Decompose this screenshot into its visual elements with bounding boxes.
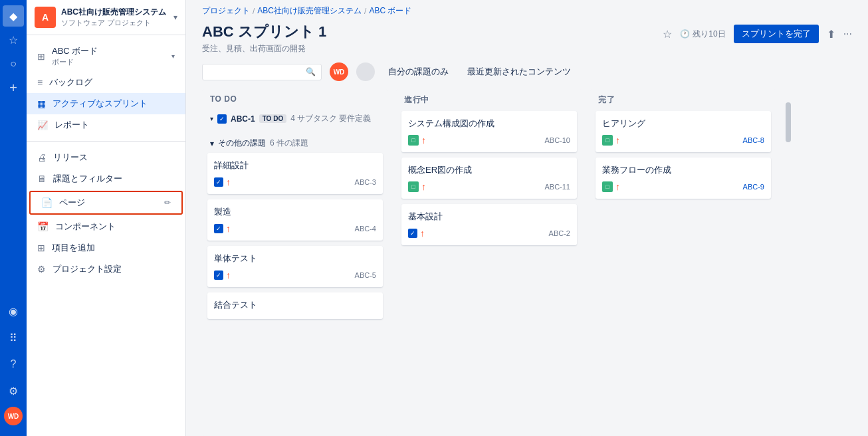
empty-avatar-filter[interactable] [356,62,375,81]
search-icon[interactable]: ○ [3,53,24,74]
issue-title: 製造 [214,206,376,218]
sidebar-item-issues[interactable]: 🖥 課題とフィルター [27,168,185,189]
user-avatar[interactable]: WD [4,407,23,425]
board-area: TO DO ▾ ✓ ABC-1 TO DO 4 サブタスク 要件定義 [186,89,868,436]
other-group-label: その他の課題 [218,138,266,149]
breadcrumb-projects[interactable]: プロジェクト [202,5,250,17]
task-type-icon: ✓ [214,177,223,187]
breadcrumb-board[interactable]: ABC ボード [369,5,411,17]
issue-card-abc11[interactable]: 概念ER図の作成 □ ↑ ABC-11 [401,158,577,199]
story-type-icon: □ [408,135,419,146]
user-avatar-filter[interactable]: WD [330,62,348,81]
sidebar-nav: ⊞ ABC ボード ボード ▾ ≡ バックログ ▦ アクティブなスプリント 📈 … [27,35,185,285]
sidebar-item-components-label: コンポーネント [55,221,116,233]
sidebar-item-report[interactable]: 📈 レポート [27,114,185,136]
search-input[interactable] [208,67,302,77]
scroll-thumb [786,102,791,142]
issue-card-abc9[interactable]: 業務フローの作成 □ ↑ ABC-9 [596,158,771,199]
time-remaining-text: 残り10日 [693,29,725,40]
sidebar-item-issues-label: 課題とフィルター [53,173,122,185]
sidebar-item-active-sprint[interactable]: ▦ アクティブなスプリント [27,93,185,114]
sidebar-collapse-button[interactable]: ▾ [173,13,177,22]
issue-card-abc2[interactable]: 基本設計 ✓ ↑ ABC-2 [401,204,577,245]
issue-id: ABC-9 [743,183,764,191]
issue-footer: □ ↑ ABC-10 [408,135,570,146]
issue-icons: ✓ ↑ [214,177,231,187]
my-issues-button[interactable]: 自分の課題のみ [383,63,454,80]
settings-icon[interactable]: ⚙ [3,380,24,401]
issue-footer: □ ↑ ABC-11 [408,181,570,192]
sprint-complete-button[interactable]: スプリントを完了 [734,25,819,43]
issue-title: 単体テスト [214,253,376,265]
sidebar-item-backlog[interactable]: ≡ バックログ [27,72,185,93]
search-box[interactable]: 🔍 [202,64,322,80]
issue-title: ヒアリング [602,118,764,130]
page-subtitle: 受注、見積、出荷画面の開発 [202,43,326,54]
recent-content-button[interactable]: 最近更新されたコンテンツ [462,63,576,80]
pin-icon[interactable]: ◉ [3,300,24,322]
sidebar-item-board[interactable]: ⊞ ABC ボード ボード ▾ [27,41,185,72]
home-icon[interactable]: ◆ [3,5,24,27]
sidebar-divider [27,141,185,142]
issue-title: システム構成図の作成 [408,118,570,130]
issue-card-abc8[interactable]: ヒアリング □ ↑ ABC-8 [596,111,771,152]
filter-bar: 🔍 WD 自分の課題のみ 最近更新されたコンテンツ [186,62,868,89]
sprint-status-badge: TO DO [259,114,286,123]
inprogress-column: 進行中 システム構成図の作成 □ ↑ ABC-10 概念ER図 [396,89,582,436]
other-group-header[interactable]: ▾ その他の課題 6 件の課題 [207,134,383,153]
issue-footer: ✓ ↑ ABC-5 [214,270,376,280]
priority-icon: ↑ [226,270,231,280]
star-button[interactable]: ☆ [663,28,672,41]
priority-icon: ↑ [615,181,620,192]
sidebar-item-settings[interactable]: ⚙ プロジェクト設定 [27,259,185,280]
sprint-icon: ▦ [37,98,46,109]
main-content: プロジェクト / ABC社向け販売管理システム / ABC ボード ABC スプ… [186,0,868,436]
issue-card-abc4[interactable]: 製造 ✓ ↑ ABC-4 [207,199,383,241]
more-button[interactable]: ··· [843,28,852,40]
sprint-group-header[interactable]: ▾ ✓ ABC-1 TO DO 4 サブタスク 要件定義 [207,109,383,128]
breadcrumb-project[interactable]: ABC社向け販売管理システム [257,5,362,17]
share-button[interactable]: ⬆ [827,28,835,41]
search-icon: 🔍 [306,67,316,76]
sidebar-item-pages-label: ページ [59,197,85,209]
issue-icons: ✓ ↑ [408,228,425,239]
sidebar-item-backlog-label: バックログ [49,76,92,88]
help-icon[interactable]: ? [3,354,24,375]
issue-icons: □ ↑ [602,181,620,192]
issue-card-abc5[interactable]: 単体テスト ✓ ↑ ABC-5 [207,246,383,287]
story-type-icon: □ [602,135,613,146]
components-icon: 📅 [37,221,49,232]
sidebar-item-add-label: 項目を追加 [52,242,95,254]
sidebar-item-add[interactable]: ⊞ 項目を追加 [27,237,185,259]
scrollbar[interactable] [784,89,792,436]
starred-icon[interactable]: ☆ [3,29,24,51]
issue-id: ABC-3 [355,178,376,186]
page-title-area: ABC スプリント 1 受注、見積、出荷画面の開発 [202,22,326,54]
issue-id: ABC-11 [544,183,570,191]
sidebar-item-release[interactable]: 🖨 リリース [27,147,185,168]
create-icon[interactable]: + [3,77,24,98]
issue-icons: □ ↑ [408,135,426,146]
breadcrumb: プロジェクト / ABC社向け販売管理システム / ABC ボード [186,0,868,17]
sidebar-item-pages[interactable]: 📄 ページ ✏ [29,191,183,215]
sidebar-item-sprint-label: アクティブなスプリント [53,98,148,110]
issue-icons: ✓ ↑ [214,270,231,280]
apps-icon[interactable]: ⠿ [3,327,24,348]
done-column: 完了 ヒアリング □ ↑ ABC-8 業務フローの作成 [590,89,776,436]
done-column-body: ヒアリング □ ↑ ABC-8 業務フローの作成 □ [590,111,776,436]
issue-icons: □ ↑ [602,135,620,146]
icon-bar: ◆ ☆ ○ + ◉ ⠿ ? ⚙ WD [0,0,27,436]
todo-column-body: ▾ ✓ ABC-1 TO DO 4 サブタスク 要件定義 ▾ その他の課題 6 … [202,109,388,436]
project-icon: A [35,7,56,28]
issue-card-abc10[interactable]: システム構成図の作成 □ ↑ ABC-10 [401,111,577,152]
issue-card-abc3[interactable]: 詳細設計 ✓ ↑ ABC-3 [207,153,383,194]
sidebar-item-components[interactable]: 📅 コンポーネント [27,216,185,237]
issue-id: ABC-8 [743,136,764,144]
edit-icon[interactable]: ✏ [164,198,171,207]
sidebar-project-subtitle: ソフトウェア プロジェクト [61,18,168,28]
sidebar-item-board-label: ABC ボード ボード [52,45,98,67]
priority-icon: ↑ [421,181,426,192]
task-type-icon: ✓ [408,229,417,238]
issue-title: 概念ER図の作成 [408,164,570,176]
issue-card-abc6[interactable]: 結合テスト [207,292,383,319]
